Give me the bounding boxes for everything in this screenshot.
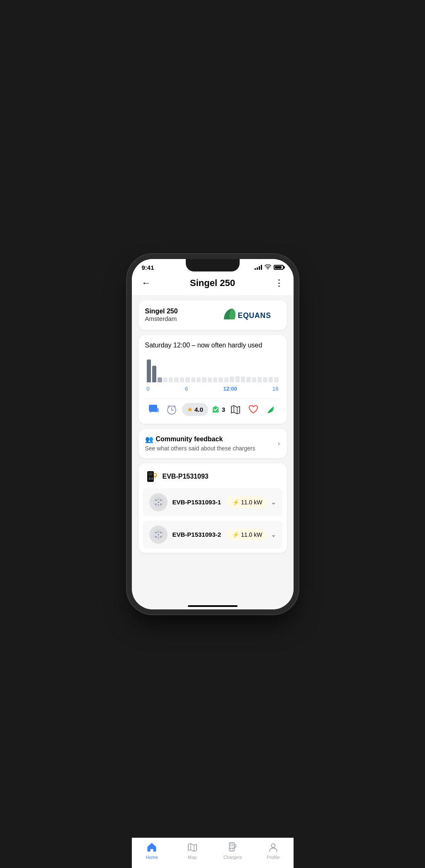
svg-text:EQUANS: EQUANS [238,311,271,320]
leaf-icon[interactable] [264,402,279,417]
star-icon: ★ [187,406,193,413]
svg-rect-8 [151,477,153,480]
chart-bar [197,377,201,382]
chart-bar [147,359,151,382]
svg-point-16 [158,499,159,500]
chart-bar [263,377,267,382]
location-name: Singel 250 [145,308,178,315]
chart-bar [158,377,162,382]
battery-icon [274,265,284,270]
port-1-expand-icon[interactable]: ⌄ [271,498,276,506]
chart-label-6: 6 [185,386,188,392]
chart-bar [191,377,195,382]
heart-icon[interactable] [246,402,261,417]
svg-point-15 [157,501,159,503]
charger-header: EVB-P1531093 [138,463,287,488]
port-1-power-badge: ⚡ 11.0 kW [227,496,267,508]
chart-label-0: 0 [147,386,150,392]
port-1-left: EVB-P1531093-1 [149,493,221,511]
chat-icon[interactable] [146,402,161,417]
port-2-power-badge: ⚡ 11.0 kW [227,529,267,540]
port-2-left: EVB-P1531093-2 [149,526,221,544]
usage-chart-card: Saturday 12:00 – now often hardly used 0… [138,335,287,424]
location-card: Singel 250 Amsterdam EQUANS [138,300,287,330]
feedback-subtitle: See what others said about these charger… [145,445,255,452]
feedback-title: 👥 Community feedback [145,435,255,443]
rating-score: 4.0 [194,406,203,413]
charger-id-title: EVB-P1531093 [163,473,209,480]
charger-port-2[interactable]: EVB-P1531093-2 ⚡ 11.0 kW ⌄ [143,521,283,549]
svg-rect-6 [148,472,153,476]
svg-point-13 [155,503,157,505]
chart-bar [224,377,228,382]
svg-point-12 [160,499,162,501]
chart-bar [213,377,217,382]
chart-bar [274,377,278,382]
feedback-content: 👥 Community feedback See what others sai… [145,435,255,452]
checkin-badge[interactable]: 3 [211,405,225,414]
back-button[interactable]: ← [140,276,153,290]
chart-bar [180,377,184,382]
alarm-icon[interactable] [164,402,179,417]
charger-port-1[interactable]: EVB-P1531093-1 ⚡ 11.0 kW ⌄ [143,488,283,516]
feedback-card[interactable]: 👥 Community feedback See what others sai… [138,429,287,458]
port-1-power: ⚡ 11.0 kW ⌄ [227,496,276,508]
location-city: Amsterdam [145,315,178,322]
equans-logo: EQUANS [221,307,280,323]
chart-bar [252,377,256,382]
port-2-power: ⚡ 11.0 kW ⌄ [227,529,276,540]
main-content: Singel 250 Amsterdam EQUANS Saturday 12:… [132,295,294,594]
chart-bar [208,377,212,382]
svg-point-11 [155,499,157,501]
svg-point-23 [160,535,162,538]
charger-station-icon [145,470,158,483]
chevron-right-icon: › [278,439,280,448]
svg-point-25 [158,531,159,533]
chart-label-18: 18 [272,386,278,392]
chart-bar [230,377,234,382]
port-1-name: EVB-P1531093-1 [172,499,221,506]
chart-label-12: 12:00 [223,386,237,392]
wifi-icon [265,264,271,271]
usage-title: Saturday 12:00 – now often hardly used [145,342,280,349]
svg-point-14 [160,503,162,505]
port-1-power-text: 11.0 kW [241,499,262,506]
charger-card: EVB-P1531093 [138,463,287,553]
svg-point-4 [171,409,172,411]
header: ← Singel 250 ⋮ [132,273,294,295]
svg-rect-7 [149,477,151,480]
checkin-count: 3 [222,406,225,413]
map-icon[interactable] [228,402,243,417]
chart-container [145,349,280,382]
chart-bar [202,377,206,382]
chart-labels: 0 6 12:00 18 [145,386,280,392]
svg-point-17 [158,504,159,506]
port-2-expand-icon[interactable]: ⌄ [271,531,276,538]
community-icon: 👥 [145,435,153,443]
status-time: 9:41 [142,264,154,271]
chart-bar [257,377,262,382]
rating-badge[interactable]: ★ 4.0 [182,403,208,416]
chart-bar [185,377,189,382]
more-button[interactable]: ⋮ [273,276,285,290]
chart-bar [236,376,240,382]
chart-bar [246,377,250,382]
port-2-power-text: 11.0 kW [241,531,262,538]
location-info: Singel 250 Amsterdam [145,308,178,322]
actions-row: ★ 4.0 3 [145,399,280,417]
port-2-name: EVB-P1531093-2 [172,531,221,538]
svg-point-24 [157,533,159,535]
port-2-connector-icon [149,526,168,544]
svg-point-20 [155,531,157,533]
home-indicator [188,605,238,607]
lightning-2-icon: ⚡ [232,531,239,538]
signal-icon [255,265,262,270]
chart-bar [152,366,156,382]
svg-point-21 [160,531,162,533]
chart-bar [169,377,173,382]
svg-rect-2 [154,408,159,412]
chart-bar [269,377,273,382]
lightning-1-icon: ⚡ [232,499,239,506]
port-1-connector-icon [149,493,168,511]
chart-bar [163,377,168,382]
